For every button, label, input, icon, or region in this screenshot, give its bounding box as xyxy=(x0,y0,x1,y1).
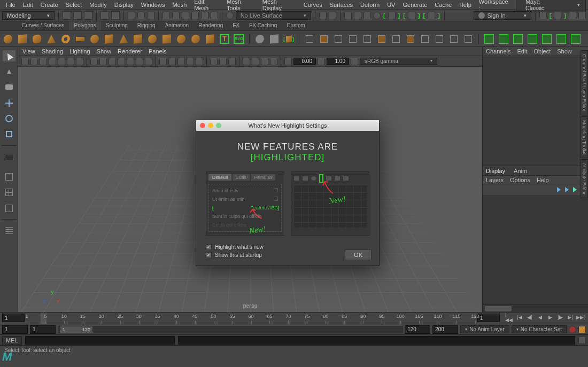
light-editor-icon[interactable] xyxy=(428,12,435,19)
layer-tab-anim[interactable]: Anim xyxy=(514,168,527,174)
shelf-tab-fxcaching[interactable]: FX Caching xyxy=(244,21,282,30)
render-setup-icon[interactable] xyxy=(408,12,415,19)
layout-attr-icon[interactable] xyxy=(569,12,576,19)
shelf-extrude-icon[interactable] xyxy=(304,33,315,45)
vp-field-chart-icon[interactable] xyxy=(127,58,134,65)
vp-exposure-icon[interactable] xyxy=(284,58,292,65)
menu-surfaces[interactable]: Surfaces xyxy=(326,2,357,8)
layout-toolkit-icon[interactable] xyxy=(554,12,561,19)
shelf-mirror-icon[interactable] xyxy=(419,33,431,45)
menu-windows[interactable]: Windows xyxy=(137,2,169,8)
select-tool-icon[interactable] xyxy=(3,50,16,61)
workspace-selector[interactable]: Maya Classic xyxy=(516,0,586,12)
shelf-sculpt-6-icon[interactable] xyxy=(555,33,567,45)
shelf-bridge-icon[interactable] xyxy=(318,33,330,45)
cb-menu-channels[interactable]: Channels xyxy=(486,48,510,54)
render-view-icon[interactable] xyxy=(344,12,352,19)
mini-icon-1[interactable] xyxy=(293,176,300,181)
list-item[interactable]: Sunt in culpa qui officia xyxy=(210,212,280,221)
script-editor-icon[interactable] xyxy=(578,337,586,344)
shelf-tab-animation[interactable]: Animation xyxy=(160,21,194,30)
vp-wireframe-icon[interactable] xyxy=(159,58,167,65)
vp-bookmark-icon[interactable] xyxy=(49,58,56,65)
dlg-tab-3[interactable]: Persona xyxy=(251,174,275,181)
vp-menu-renderer[interactable]: Renderer xyxy=(118,48,142,54)
vp-textured-icon[interactable] xyxy=(177,58,185,65)
shelf-sculpt-5-icon[interactable] xyxy=(541,33,553,45)
vp-ao-icon[interactable] xyxy=(243,58,250,65)
shelf-boolean-icon[interactable]: [] xyxy=(283,33,295,45)
minimize-icon[interactable] xyxy=(208,123,213,128)
shelf-poly-cylinder-icon[interactable] xyxy=(31,33,43,45)
menu-modify[interactable]: Modify xyxy=(86,2,110,8)
vp-res-gate-icon[interactable] xyxy=(109,58,116,65)
step-back-key-icon[interactable]: |◀ xyxy=(515,314,524,321)
menu-display[interactable]: Display xyxy=(111,2,137,8)
layout-two-icon[interactable] xyxy=(3,202,16,214)
layers-list[interactable] xyxy=(483,195,588,304)
layout-tool-icon[interactable] xyxy=(578,12,586,19)
menu-mesh-display[interactable]: Mesh Display xyxy=(259,0,300,11)
go-end-icon[interactable]: ▶▶| xyxy=(576,314,585,321)
menu-create[interactable]: Create xyxy=(37,2,62,8)
scale-tool-icon[interactable] xyxy=(3,129,16,140)
mini-icon-3[interactable] xyxy=(311,176,317,181)
shelf-sculpt-3-icon[interactable] xyxy=(512,33,524,45)
shelf-separate-icon[interactable] xyxy=(268,33,280,45)
lasso-tool-icon[interactable] xyxy=(3,66,16,77)
list-item[interactable]: Anim id estv xyxy=(210,186,280,195)
cb-menu-object[interactable]: Object xyxy=(533,48,551,54)
shelf-superellipse-icon[interactable] xyxy=(204,33,216,45)
menu-edit[interactable]: Edit xyxy=(19,2,37,8)
cb-menu-edit[interactable]: Edit xyxy=(517,48,527,54)
dlg-tab-2[interactable]: Cutis xyxy=(233,174,250,181)
step-fwd-key-icon[interactable]: ▶| xyxy=(566,314,575,321)
render-settings-icon[interactable] xyxy=(373,12,381,19)
mini-icon-2[interactable] xyxy=(302,176,308,181)
list-item[interactable]: Culpa qui officia xyxy=(210,221,280,229)
layers-scrollbar[interactable] xyxy=(483,304,588,312)
menu-generate[interactable]: Generate xyxy=(399,2,431,8)
snap-live-icon[interactable] xyxy=(201,12,208,19)
current-frame-input[interactable] xyxy=(477,314,500,322)
vp-colorspace-selector[interactable]: sRGB gamma xyxy=(360,58,437,65)
shelf-poly-helix-icon[interactable] xyxy=(161,33,173,45)
live-surface-icon[interactable] xyxy=(226,12,234,19)
component-mode-icon[interactable] xyxy=(137,12,145,19)
range-slider[interactable]: 1120 xyxy=(58,326,403,333)
mini-icon-7[interactable] xyxy=(343,176,349,181)
shelf-poly-gear-icon[interactable] xyxy=(175,33,187,45)
shelf-quad-draw-icon[interactable] xyxy=(390,33,402,45)
shelf-poly-cube-icon[interactable] xyxy=(17,33,28,45)
snap-view-icon[interactable] xyxy=(211,12,218,19)
sign-in-button[interactable]: Sign In xyxy=(474,11,531,20)
vp-menu-show[interactable]: Show xyxy=(97,48,112,54)
play-fwd-icon[interactable]: ▶ xyxy=(546,314,554,321)
vp-image-plane-icon[interactable] xyxy=(58,58,65,65)
toggle-icon-a[interactable] xyxy=(329,12,336,19)
save-scene-icon[interactable] xyxy=(84,11,92,20)
snap-curve-icon[interactable] xyxy=(172,12,180,19)
prefs-icon[interactable] xyxy=(578,326,586,333)
vp-menu-view[interactable]: View xyxy=(22,48,35,54)
vp-shaded-icon[interactable] xyxy=(168,58,176,65)
shelf-sculpt-4-icon[interactable] xyxy=(527,33,538,45)
go-start-icon[interactable]: |◀◀ xyxy=(505,314,514,321)
shelf-bevel-icon[interactable] xyxy=(332,33,344,45)
vp-grease-icon[interactable] xyxy=(76,58,83,65)
snap-point-icon[interactable] xyxy=(182,12,189,19)
range-in-input[interactable] xyxy=(30,325,56,334)
vp-lock-cam-icon[interactable] xyxy=(30,58,38,65)
shelf-append-icon[interactable] xyxy=(434,33,445,45)
menu-mesh[interactable]: Mesh xyxy=(168,2,190,8)
vp-shadow-icon[interactable] xyxy=(196,58,203,65)
anim-layer-selector[interactable]: No Anim Layer xyxy=(460,325,509,333)
mode-selector[interactable]: Modeling xyxy=(2,11,55,20)
shelf-target-weld-icon[interactable] xyxy=(376,33,388,45)
auto-key-icon[interactable] xyxy=(569,326,576,333)
shelf-poly-prism-icon[interactable] xyxy=(132,33,144,45)
mel-input[interactable] xyxy=(25,336,175,345)
vp-safe-action-icon[interactable] xyxy=(136,58,143,65)
vp-select-cam-icon[interactable] xyxy=(21,58,29,65)
shelf-poly-disc-icon[interactable] xyxy=(89,33,100,45)
